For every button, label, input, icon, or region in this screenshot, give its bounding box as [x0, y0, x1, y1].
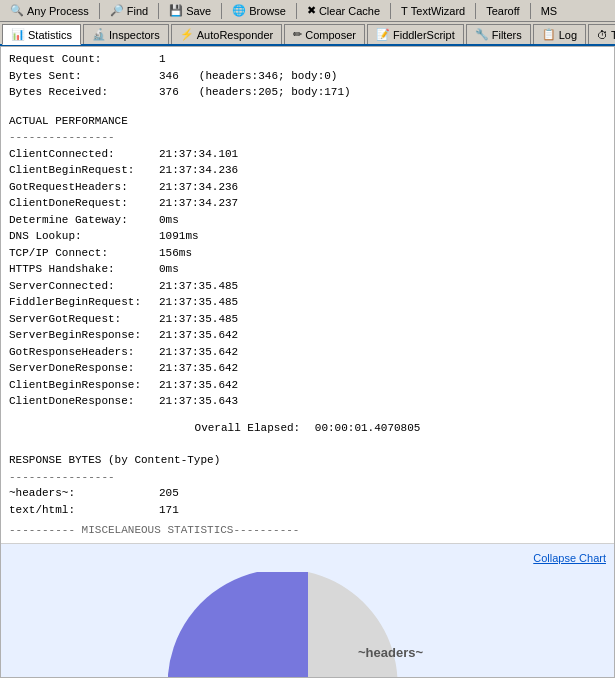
composer-tab-icon: ✏ — [293, 28, 302, 41]
clear-icon: ✖ — [307, 4, 316, 17]
https-handshake-value: 0ms — [159, 261, 179, 278]
client-connected-label: ClientConnected: — [9, 146, 159, 163]
server-connected-row: ServerConnected: 21:37:35.485 — [9, 278, 606, 295]
request-count-value: 1 — [159, 51, 166, 68]
dns-lookup-row: DNS Lookup: 1091ms — [9, 228, 606, 245]
overall-elapsed-row: Overall Elapsed: 00:00:01.4070805 — [9, 420, 606, 437]
server-connected-label: ServerConnected: — [9, 278, 159, 295]
toolbar-clear-cache[interactable]: ✖ Clear Cache — [301, 2, 386, 19]
pie-chart-container: ~headers~ html — [9, 552, 606, 679]
headers-bytes-value: 205 — [159, 485, 179, 502]
actual-performance-header: ACTUAL PERFORMANCE — [9, 113, 606, 130]
toolbar-sep-6 — [475, 3, 476, 19]
server-done-response-label: ServerDoneResponse: — [9, 360, 159, 377]
client-connected-value: 21:37:34.101 — [159, 146, 238, 163]
headers-label: ~headers~ — [358, 645, 423, 660]
toolbar-save[interactable]: 💾 Save — [163, 2, 217, 19]
overall-elapsed-label: Overall Elapsed: — [195, 422, 301, 434]
client-done-request-value: 21:37:34.237 — [159, 195, 238, 212]
content-area: Request Count: 1 Bytes Sent: 346 (header… — [0, 46, 615, 678]
tcp-connect-value: 156ms — [159, 245, 192, 262]
client-begin-response-value: 21:37:35.642 — [159, 377, 238, 394]
toolbar-any-process[interactable]: 🔍 Any Process — [4, 2, 95, 19]
toolbar-sep-5 — [390, 3, 391, 19]
client-connected-row: ClientConnected: 21:37:34.101 — [9, 146, 606, 163]
html-bytes-value: 171 — [159, 502, 179, 519]
statistics-panel: Request Count: 1 Bytes Sent: 346 (header… — [1, 47, 614, 543]
any-process-icon: 🔍 — [10, 4, 24, 17]
server-got-request-label: ServerGotRequest: — [9, 311, 159, 328]
tab-composer[interactable]: ✏ Composer — [284, 24, 365, 44]
client-begin-request-label: ClientBeginRequest: — [9, 162, 159, 179]
request-count-row: Request Count: 1 — [9, 51, 606, 68]
toolbar: 🔍 Any Process 🔎 Find 💾 Save 🌐 Browse ✖ C… — [0, 0, 615, 22]
determine-gateway-value: 0ms — [159, 212, 179, 229]
toolbar-sep-2 — [158, 3, 159, 19]
headers-bytes-label: ~headers~: — [9, 485, 159, 502]
tab-autoresponder[interactable]: ⚡ AutoResponder — [171, 24, 282, 44]
separator-1: ---------------- — [9, 129, 606, 146]
toolbar-sep-7 — [530, 3, 531, 19]
server-connected-value: 21:37:35.485 — [159, 278, 238, 295]
html-bytes-row: text/html: 171 — [9, 502, 606, 519]
bytes-sent-detail: (headers:346; body:0) — [199, 68, 338, 85]
collapse-chart-button[interactable]: Collapse Chart — [533, 552, 606, 564]
toolbar-textwizard[interactable]: T TextWizard — [395, 3, 471, 19]
server-begin-response-value: 21:37:35.642 — [159, 327, 238, 344]
bytes-sent-row: Bytes Sent: 346 (headers:346; body:0) — [9, 68, 606, 85]
tab-log[interactable]: 📋 Log — [533, 24, 586, 44]
toolbar-sep-4 — [296, 3, 297, 19]
request-count-label: Request Count: — [9, 51, 159, 68]
tcp-connect-row: TCP/IP Connect: 156ms — [9, 245, 606, 262]
autoresponder-tab-icon: ⚡ — [180, 28, 194, 41]
save-icon: 💾 — [169, 4, 183, 17]
got-request-headers-value: 21:37:34.236 — [159, 179, 238, 196]
tcp-connect-label: TCP/IP Connect: — [9, 245, 159, 262]
timeline-tab-icon: ⏱ — [597, 29, 608, 41]
client-done-response-label: ClientDoneResponse: — [9, 393, 159, 410]
html-bytes-label: text/html: — [9, 502, 159, 519]
toolbar-sep-3 — [221, 3, 222, 19]
tab-statistics[interactable]: 📊 Statistics — [2, 24, 81, 45]
determine-gateway-label: Determine Gateway: — [9, 212, 159, 229]
server-got-request-value: 21:37:35.485 — [159, 311, 238, 328]
toolbar-find[interactable]: 🔎 Find — [104, 2, 154, 19]
got-response-headers-value: 21:37:35.642 — [159, 344, 238, 361]
find-icon: 🔎 — [110, 4, 124, 17]
bytes-sent-value: 346 — [159, 68, 179, 85]
response-bytes-header: RESPONSE BYTES (by Content-Type) — [9, 452, 606, 469]
dns-lookup-value: 1091ms — [159, 228, 199, 245]
tab-fiddlerscript[interactable]: 📝 FiddlerScript — [367, 24, 464, 44]
headers-bytes-row: ~headers~: 205 — [9, 485, 606, 502]
inspectors-tab-icon: 🔬 — [92, 28, 106, 41]
toolbar-browse[interactable]: 🌐 Browse — [226, 2, 292, 19]
client-done-response-value: 21:37:35.643 — [159, 393, 238, 410]
fiddler-begin-request-label: FiddlerBeginRequest: — [9, 294, 159, 311]
got-request-headers-label: GotRequestHeaders: — [9, 179, 159, 196]
determine-gateway-row: Determine Gateway: 0ms — [9, 212, 606, 229]
https-handshake-label: HTTPS Handshake: — [9, 261, 159, 278]
server-begin-response-label: ServerBeginResponse: — [9, 327, 159, 344]
server-done-response-value: 21:37:35.642 — [159, 360, 238, 377]
tab-inspectors[interactable]: 🔬 Inspectors — [83, 24, 169, 44]
client-done-response-row: ClientDoneResponse: 21:37:35.643 — [9, 393, 606, 410]
toolbar-ms[interactable]: MS — [535, 3, 564, 19]
response-bytes-section: RESPONSE BYTES (by Content-Type) -------… — [9, 452, 606, 518]
tab-filters[interactable]: 🔧 Filters — [466, 24, 531, 44]
tab-timeline[interactable]: ⏱ Tim... — [588, 24, 615, 44]
toolbar-tearoff[interactable]: Tearoff — [480, 3, 525, 19]
client-begin-request-value: 21:37:34.236 — [159, 162, 238, 179]
separator-2: ---------------- — [9, 469, 606, 486]
html-slice — [168, 572, 308, 679]
fiddlerscript-tab-icon: 📝 — [376, 28, 390, 41]
log-tab-icon: 📋 — [542, 28, 556, 41]
bytes-received-value: 376 — [159, 84, 179, 101]
statistics-tab-icon: 📊 — [11, 28, 25, 41]
misc-section: ---------- MISCELANEOUS STATISTICS------… — [9, 522, 606, 539]
fiddler-begin-request-value: 21:37:35.485 — [159, 294, 238, 311]
globe-icon: 🌐 — [232, 4, 246, 17]
got-request-headers-row: GotRequestHeaders: 21:37:34.236 — [9, 179, 606, 196]
client-begin-response-label: ClientBeginResponse: — [9, 377, 159, 394]
tab-bar: 📊 Statistics 🔬 Inspectors ⚡ AutoResponde… — [0, 22, 615, 46]
server-got-request-row: ServerGotRequest: 21:37:35.485 — [9, 311, 606, 328]
